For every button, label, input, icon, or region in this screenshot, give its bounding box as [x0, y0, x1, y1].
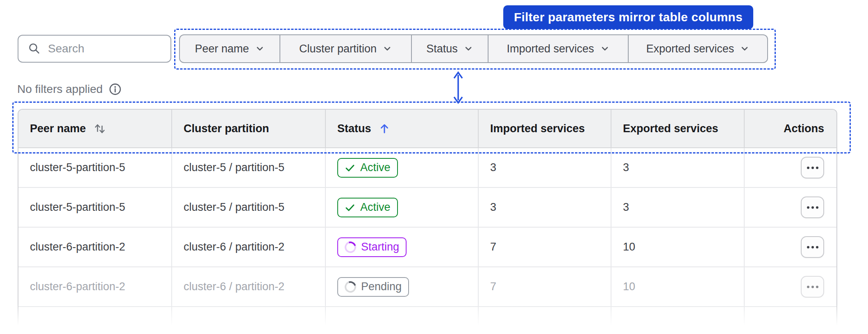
table-row: cluster-6-partition-2 cluster-6 / partit…: [18, 267, 836, 307]
cell-actions: [744, 228, 836, 266]
filter-label: Exported services: [646, 43, 734, 55]
row-actions-button[interactable]: [801, 157, 824, 178]
chevron-down-icon: [740, 44, 750, 54]
column-header-exported-services[interactable]: Exported services: [611, 110, 744, 147]
status-badge: Pending: [337, 277, 409, 297]
cell-cluster-partition: cluster-6 / partition-2: [171, 267, 325, 306]
cell-peer-name: cluster-6-partition-2: [18, 267, 171, 306]
annotation-banner: Filter parameters mirror table columns: [503, 5, 753, 29]
spinner-icon: [343, 279, 358, 295]
peering-list-page: Filter parameters mirror table columns P…: [0, 0, 868, 334]
column-header-imported-services[interactable]: Imported services: [478, 110, 611, 147]
cell-exported-services: 10: [611, 228, 744, 266]
cell-peer-name: cluster-5-partition-5: [18, 148, 171, 187]
table-row: cluster-5-partition-5 cluster-5 / partit…: [18, 188, 836, 228]
cell-cluster-partition: cluster-6 / partition-2: [171, 228, 325, 266]
info-icon[interactable]: [109, 83, 122, 96]
sort-arrows-icon[interactable]: [93, 122, 107, 135]
cell-exported-services: 3: [611, 188, 744, 227]
search-icon: [27, 42, 41, 56]
column-header-peer-name[interactable]: Peer name: [18, 110, 171, 147]
cell-peer-name: cluster-5-partition-5: [18, 188, 171, 227]
table-header-row: Peer name Cluster partition Status: [18, 110, 836, 148]
status-badge: Active: [337, 158, 398, 178]
cell-cluster-partition: cluster-5 / partition-5: [171, 148, 325, 187]
column-header-status[interactable]: Status: [325, 110, 478, 147]
cell-imported-services: 3: [478, 188, 611, 227]
filter-peer-name[interactable]: Peer name: [180, 35, 279, 62]
cell-imported-services: 3: [478, 148, 611, 187]
cell-imported-services: 7: [478, 228, 611, 266]
cell-exported-services: 10: [611, 267, 744, 306]
filter-bar: Peer name Cluster partition Status Impor…: [179, 34, 768, 63]
annotation-banner-label: Filter parameters mirror table columns: [514, 10, 743, 24]
cell-status: Pending: [325, 267, 478, 306]
row-actions-button[interactable]: [801, 276, 824, 298]
filter-status-line: No filters applied: [17, 80, 122, 98]
cell-exported-services: 3: [611, 148, 744, 187]
filter-exported-services[interactable]: Exported services: [628, 35, 767, 62]
search-box[interactable]: [18, 35, 171, 63]
status-badge: Starting: [337, 237, 407, 257]
filter-imported-services[interactable]: Imported services: [488, 35, 628, 62]
cell-status: Active: [325, 148, 478, 187]
table-row: cluster-5-partition-5 cluster-5 / partit…: [18, 148, 836, 188]
table-row: cluster-6-partition-2 cluster-6 / partit…: [18, 228, 836, 267]
filter-status-text: No filters applied: [17, 83, 103, 96]
filter-label: Peer name: [195, 43, 249, 55]
filter-cluster-partition[interactable]: Cluster partition: [279, 35, 411, 62]
spinner-icon: [343, 239, 358, 255]
cell-status: Starting: [325, 228, 478, 266]
column-header-actions: Actions: [744, 110, 836, 147]
cell-status: Active: [325, 188, 478, 227]
check-icon: [345, 202, 355, 213]
row-actions-button[interactable]: [801, 196, 824, 218]
filter-label: Cluster partition: [299, 43, 377, 55]
filter-status[interactable]: Status: [411, 35, 488, 62]
cell-cluster-partition: cluster-5 / partition-5: [171, 188, 325, 227]
filter-label: Imported services: [507, 43, 594, 55]
chevron-down-icon: [255, 44, 265, 54]
status-badge: Active: [337, 198, 398, 217]
search-input[interactable]: [48, 42, 166, 55]
chevron-down-icon: [382, 44, 392, 54]
filter-label: Status: [426, 43, 458, 55]
sort-ascending-icon[interactable]: [378, 122, 391, 135]
cell-actions: [744, 267, 836, 306]
cell-actions: [744, 188, 836, 227]
chevron-down-icon: [464, 44, 473, 54]
peerings-table: Peer name Cluster partition Status: [18, 109, 837, 334]
cell-imported-services: 7: [478, 267, 611, 306]
mirror-arrow-icon: [451, 70, 466, 105]
cell-actions: [744, 148, 836, 187]
table-row-partial: [18, 307, 836, 334]
chevron-down-icon: [600, 44, 610, 54]
row-actions-button[interactable]: [801, 236, 824, 258]
column-header-cluster-partition[interactable]: Cluster partition: [171, 110, 325, 147]
cell-peer-name: cluster-6-partition-2: [18, 228, 171, 266]
check-icon: [345, 162, 355, 173]
